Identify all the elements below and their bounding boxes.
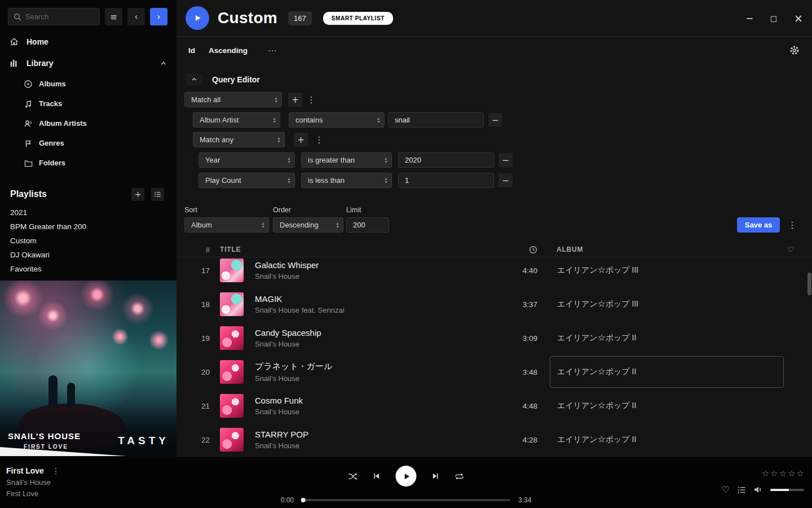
playlist-item-2021[interactable]: 2021 xyxy=(0,205,176,220)
add-playlist-button[interactable]: + xyxy=(131,188,144,201)
rule-value-input[interactable] xyxy=(398,152,494,168)
track-album-cell[interactable]: エイリアン☆ポップ II xyxy=(550,424,784,456)
track-album-cell[interactable]: エイリアン☆ポップ III xyxy=(550,288,784,320)
sort-label: Sort xyxy=(184,206,273,214)
rule-field-select[interactable]: Album Artist ▴▾ xyxy=(193,112,280,128)
rule-operator-select[interactable]: is greater than ▴▾ xyxy=(301,152,392,168)
save-menu-icon[interactable]: ⋮ xyxy=(788,220,797,230)
minimize-button[interactable]: − xyxy=(745,14,753,23)
add-rule-button[interactable]: + xyxy=(288,93,302,107)
rule-menu-icon[interactable]: ⋮ xyxy=(307,95,316,105)
sidebar-item-tracks[interactable]: Tracks xyxy=(0,94,176,113)
star-icon[interactable]: ☆ xyxy=(770,468,778,479)
add-group-rule-button[interactable]: + xyxy=(294,133,308,147)
chevron-up-icon[interactable] xyxy=(160,59,167,67)
sort-field-button[interactable]: Id xyxy=(188,46,195,55)
match-mode-select[interactable]: Match all ▴▾ xyxy=(184,92,282,107)
nav-forward-button[interactable]: › xyxy=(150,8,167,25)
nav-back-button[interactable]: ‹ xyxy=(127,8,145,25)
play-pause-button[interactable] xyxy=(396,466,417,487)
column-album[interactable]: ALBUM xyxy=(550,246,784,253)
column-favorite[interactable]: ♡ xyxy=(784,245,812,254)
column-duration[interactable] xyxy=(492,246,537,254)
repeat-button[interactable] xyxy=(454,471,465,481)
group-match-mode-select[interactable]: Match any ▴▾ xyxy=(193,132,285,147)
sidebar-item-albums[interactable]: Albums xyxy=(0,74,176,94)
play-playlist-button[interactable] xyxy=(186,6,209,30)
shuffle-button[interactable] xyxy=(348,471,358,481)
group-menu-icon[interactable]: ⋮ xyxy=(315,135,324,145)
star-icon[interactable]: ☆ xyxy=(788,468,795,479)
search-box[interactable] xyxy=(8,8,100,25)
menu-button[interactable]: ≡ xyxy=(105,8,122,25)
now-playing-artwork[interactable]: SNAIL'S HOUSE FIRST LOVE TASTY xyxy=(0,281,176,456)
column-number[interactable]: # xyxy=(176,246,210,254)
seek-handle[interactable] xyxy=(301,498,306,502)
gear-icon xyxy=(789,45,800,55)
search-input[interactable] xyxy=(25,12,94,21)
track-count-badge: 167 xyxy=(288,11,312,25)
table-row[interactable]: 21 Cosmo Funk Snail's House 4:48 エイリアン☆ポ… xyxy=(176,389,812,423)
maximize-button[interactable]: □ xyxy=(770,15,777,22)
table-row[interactable]: 22 STARRY POP Snail's House 4:28 エイリアン☆ポ… xyxy=(176,423,812,457)
rule-field-select[interactable]: Play Count ▴▾ xyxy=(198,173,295,188)
remove-rule-button[interactable]: − xyxy=(488,113,502,127)
sidebar-item-folders[interactable]: Folders xyxy=(0,153,176,173)
track-album-cell-focused[interactable]: エイリアン☆ポップ II xyxy=(550,356,784,388)
rule-value-input[interactable] xyxy=(398,173,494,188)
album-art-thumbnail xyxy=(220,428,244,452)
order-select[interactable]: Descending ▴▾ xyxy=(273,217,343,233)
track-number: 20 xyxy=(176,368,210,376)
playlist-item-dj-okawari[interactable]: DJ Okawari xyxy=(0,248,176,262)
table-row[interactable]: 19 Candy Spaceship Snail's House 3:09 エイ… xyxy=(176,321,812,355)
rule-operator-select[interactable]: is less than ▴▾ xyxy=(301,173,392,188)
playlist-item-bpm[interactable]: BPM Greater than 200 xyxy=(0,220,176,234)
previous-track-button[interactable] xyxy=(372,471,382,481)
collapse-query-editor-button[interactable] xyxy=(186,73,202,85)
settings-button[interactable] xyxy=(789,45,800,55)
track-title: Candy Spaceship xyxy=(255,328,492,338)
sidebar-item-library[interactable]: Library xyxy=(0,52,176,74)
rule-value-input[interactable] xyxy=(388,112,484,128)
rule-operator-select[interactable]: contains ▴▾ xyxy=(289,112,385,128)
remove-rule-button[interactable]: − xyxy=(498,173,513,187)
order-label: Order xyxy=(273,206,346,214)
table-row[interactable]: 17 Galactic Whisper Snail's House 4:40 エ… xyxy=(176,257,812,287)
sidebar-item-home[interactable]: Home xyxy=(0,31,176,52)
remove-rule-button[interactable]: − xyxy=(498,153,513,167)
column-title[interactable]: TITLE xyxy=(220,246,492,253)
flag-icon xyxy=(24,139,33,148)
playlist-item-custom[interactable]: Custom xyxy=(0,234,176,248)
seek-bar[interactable] xyxy=(302,499,510,501)
sort-select[interactable]: Album ▴▾ xyxy=(184,217,269,233)
track-album-cell[interactable]: エイリアン☆ポップ III xyxy=(550,257,784,286)
star-icon[interactable]: ☆ xyxy=(762,468,769,479)
queue-button[interactable] xyxy=(737,485,746,494)
more-options-icon[interactable]: ⋯ xyxy=(268,45,277,56)
track-duration: 3:09 xyxy=(492,334,537,343)
playlist-view-button[interactable] xyxy=(151,188,164,201)
track-duration: 4:28 xyxy=(492,436,537,444)
playlists-title: Playlists xyxy=(10,189,125,199)
scrollbar-thumb[interactable] xyxy=(807,273,811,295)
now-playing-menu-icon[interactable]: ⋮ xyxy=(51,466,60,475)
star-icon[interactable]: ☆ xyxy=(797,468,804,479)
close-button[interactable]: × xyxy=(794,13,803,24)
star-icon[interactable]: ☆ xyxy=(779,468,787,479)
sort-direction-button[interactable]: Ascending xyxy=(209,46,248,55)
track-album-cell[interactable]: エイリアン☆ポップ II xyxy=(550,390,784,422)
sidebar-item-album-artists[interactable]: Album Artists xyxy=(0,113,176,133)
save-as-button[interactable]: Save as xyxy=(737,217,780,233)
table-row[interactable]: 18 MAGIK Snail's House feat. Sennzai 3:3… xyxy=(176,287,812,321)
favorite-button[interactable]: ♡ xyxy=(722,484,730,495)
select-value: Match any xyxy=(200,135,233,144)
rule-field-select[interactable]: Year ▴▾ xyxy=(198,152,295,168)
volume-button[interactable] xyxy=(753,485,763,494)
volume-slider[interactable] xyxy=(770,489,804,491)
track-album-cell[interactable]: エイリアン☆ポップ II xyxy=(550,322,784,354)
next-track-button[interactable] xyxy=(431,471,440,481)
sidebar-item-genres[interactable]: Genres xyxy=(0,133,176,153)
playlist-item-favorites[interactable]: Favorites xyxy=(0,262,176,276)
table-row[interactable]: 20 プラネット・ガール Snail's House 3:48 エイリアン☆ポッ… xyxy=(176,355,812,389)
limit-input[interactable] xyxy=(346,217,389,233)
